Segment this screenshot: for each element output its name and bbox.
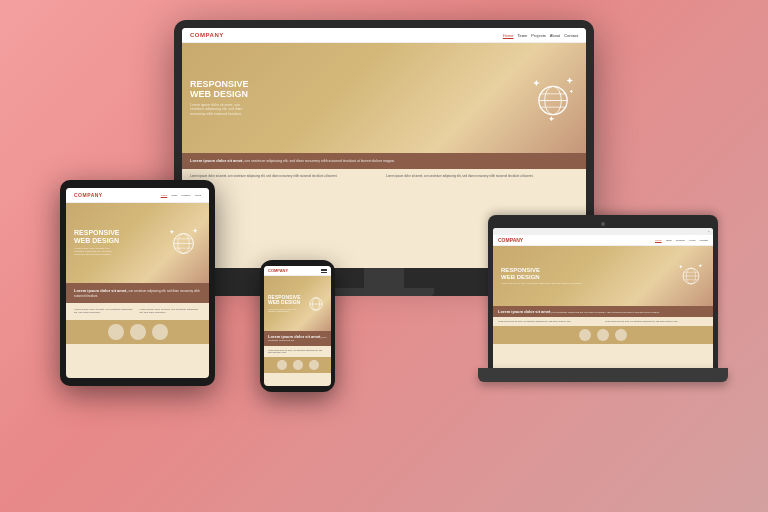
tablet-nav-team[interactable]: Team [171, 194, 177, 197]
laptop-camera [601, 222, 605, 226]
tablet-hero-text: RESPONSIVEWEB DESIGN Lorem ipsum dolor s… [74, 229, 120, 256]
phone-headline: RESPONSIVEWEB DESIGN [268, 295, 305, 306]
desktop-nav-links: Home Team Projects About Contact [503, 33, 578, 38]
phone-circle2 [293, 360, 303, 370]
tablet-content: Lorem ipsum dolor sit amet, con sectetue… [66, 283, 209, 303]
laptop-logo: COMPANY [498, 237, 523, 243]
hamburger-line1 [321, 269, 327, 270]
tablet-nav-projects[interactable]: Projects [181, 194, 190, 197]
laptop-camera-indicator: ⦁ [708, 229, 709, 234]
phone-body-text: Lorem ipsum dolor sit amet, con sectetue… [268, 349, 327, 354]
laptop-circle3 [615, 329, 627, 341]
tablet-hero: RESPONSIVEWEB DESIGN Lorem ipsum dolor s… [66, 203, 209, 283]
phone-navbar: COMPANY [264, 266, 331, 276]
laptop: ⦁ COMPANY Home Team Projects About Conta… [488, 215, 728, 382]
laptop-col2: Lorem ipsum dolor sit amet, con sectetue… [605, 320, 708, 323]
laptop-lid: ⦁ COMPANY Home Team Projects About Conta… [488, 215, 718, 368]
laptop-hero: RESPONSIVEWEB DESIGN Lorem ipsum dolor s… [493, 246, 713, 306]
laptop-nav-links: Home Team Projects About Contact [655, 239, 708, 242]
hamburger-line3 [321, 272, 327, 273]
phone-content: Lorem ipsum dolor sit amet, con sectetue… [264, 331, 331, 346]
phone-circles-row [264, 357, 331, 373]
desktop-hero-text: RESPONSIVEWEB DESIGN Lorem ipsum dolor s… [190, 80, 249, 116]
tablet-col2-text: Lorem ipsum dolor sit amet, con sectetue… [140, 308, 202, 315]
phone-circle3 [309, 360, 319, 370]
laptop-body [478, 368, 728, 382]
phone-hero: RESPONSIVEWEB DESIGN Lorem ipsum dolor s… [264, 276, 331, 331]
tablet-hero-p: Lorem ipsum dolor sit amet, consectetuer… [74, 247, 120, 257]
hamburger-icon[interactable] [321, 269, 327, 273]
tablet-circle3 [152, 324, 168, 340]
phone-screen: COMPANY RESPONSIVEWEB DESIGN Lorem ipsum… [264, 266, 331, 386]
laptop-col1-text: Lorem ipsum dolor sit amet, con sectetue… [498, 320, 601, 323]
desktop-col2-text: Lorem ipsum dolor sit amet, con sectetue… [386, 174, 578, 178]
tablet-col1-text: Lorem ipsum dolor sit amet, con sectetue… [74, 308, 136, 315]
desktop-headline: RESPONSIVEWEB DESIGN [190, 80, 249, 100]
phone-outer: COMPANY RESPONSIVEWEB DESIGN Lorem ipsum… [260, 260, 335, 392]
laptop-col2-text: Lorem ipsum dolor sit amet, con sectetue… [605, 320, 708, 323]
tablet-web-content: COMPANY Home Team Projects About RESPONS… [66, 188, 209, 378]
phone-web-content: COMPANY RESPONSIVEWEB DESIGN Lorem ipsum… [264, 266, 331, 386]
nav-projects[interactable]: Projects [531, 33, 545, 38]
laptop-nav-contact[interactable]: Contact [699, 239, 708, 242]
tablet: COMPANY Home Team Projects About RESPONS… [60, 180, 215, 386]
tablet-nav-about[interactable]: About [194, 194, 201, 197]
laptop-content: Lorem ipsum dolor sit amet, con sectetue… [493, 306, 713, 317]
desktop-col1: Lorem ipsum dolor sit amet, con sectetue… [190, 174, 382, 178]
laptop-two-col: Lorem ipsum dolor sit amet, con sectetue… [493, 317, 713, 326]
laptop-nav-projects[interactable]: Projects [676, 239, 685, 242]
phone-circle1 [277, 360, 287, 370]
tablet-screen: COMPANY Home Team Projects About RESPONS… [66, 188, 209, 378]
tablet-nav-home[interactable]: Home [161, 194, 168, 197]
tablet-two-col: Lorem ipsum dolor sit amet, con sectetue… [66, 303, 209, 320]
desktop-navbar: COMPANY Home Team Projects About Contact [182, 28, 586, 43]
desktop-two-col: Lorem ipsum dolor sit amet, con sectetue… [182, 169, 586, 183]
tablet-circle1 [108, 324, 124, 340]
laptop-circles-row [493, 326, 713, 344]
laptop-circle2 [597, 329, 609, 341]
phone-hero-p: Lorem ipsum dolor sit amet, con sectetue… [268, 308, 305, 313]
tablet-logo: COMPANY [74, 192, 103, 198]
tablet-navbar: COMPANY Home Team Projects About [66, 188, 209, 203]
nav-team[interactable]: Team [518, 33, 528, 38]
hamburger-line2 [321, 270, 327, 271]
laptop-topbar: ⦁ [493, 228, 713, 235]
tablet-circles-row [66, 320, 209, 344]
desktop-col1-text: Lorem ipsum dolor sit amet, con sectetue… [190, 174, 382, 178]
monitor-base [334, 288, 434, 296]
tablet-col1: Lorem ipsum dolor sit amet, con sectetue… [74, 308, 136, 315]
laptop-circle1 [579, 329, 591, 341]
tablet-globe-icon [166, 226, 201, 261]
laptop-globe-icon [677, 262, 705, 290]
laptop-nav-about[interactable]: About [689, 239, 696, 242]
nav-home[interactable]: Home [503, 33, 514, 38]
tablet-circle2 [130, 324, 146, 340]
tablet-outer: COMPANY Home Team Projects About RESPONS… [60, 180, 215, 386]
phone-hero-text: RESPONSIVEWEB DESIGN Lorem ipsum dolor s… [268, 295, 305, 313]
monitor-neck [364, 268, 404, 288]
nav-about[interactable]: About [550, 33, 560, 38]
tablet-col2: Lorem ipsum dolor sit amet, con sectetue… [140, 308, 202, 315]
laptop-nav-team[interactable]: Team [666, 239, 672, 242]
tablet-nav-links: Home Team Projects About [161, 194, 201, 197]
laptop-navbar: COMPANY Home Team Projects About Contact [493, 235, 713, 246]
desktop-logo: COMPANY [190, 32, 224, 38]
phone-logo: COMPANY [268, 268, 288, 273]
scene: COMPANY Home Team Projects About Contact… [0, 0, 768, 512]
phone-body: Lorem ipsum dolor sit amet, con sectetue… [264, 346, 331, 357]
desktop-content-text: Lorem ipsum dolor sit amet, con sectetue… [190, 158, 578, 164]
nav-contact[interactable]: Contact [564, 33, 578, 38]
laptop-screen: ⦁ COMPANY Home Team Projects About Conta… [493, 228, 713, 368]
phone-globe-icon [305, 293, 327, 315]
tablet-headline: RESPONSIVEWEB DESIGN [74, 229, 120, 244]
desktop-hero: RESPONSIVEWEB DESIGN Lorem ipsum dolor s… [182, 43, 586, 153]
desktop-content-section: Lorem ipsum dolor sit amet, con sectetue… [182, 153, 586, 169]
laptop-nav-home[interactable]: Home [655, 239, 662, 242]
phone: COMPANY RESPONSIVEWEB DESIGN Lorem ipsum… [260, 260, 335, 392]
phone-content-text: Lorem ipsum dolor sit amet, con sectetue… [268, 334, 327, 343]
laptop-web-content: ⦁ COMPANY Home Team Projects About Conta… [493, 228, 713, 368]
laptop-content-text: Lorem ipsum dolor sit amet, con sectetue… [498, 309, 708, 314]
desktop-col2: Lorem ipsum dolor sit amet, con sectetue… [386, 174, 578, 178]
laptop-col1: Lorem ipsum dolor sit amet, con sectetue… [498, 320, 601, 323]
desktop-hero-paragraph: Lorem ipsum dolor sit amet, consectetuer… [190, 103, 249, 117]
